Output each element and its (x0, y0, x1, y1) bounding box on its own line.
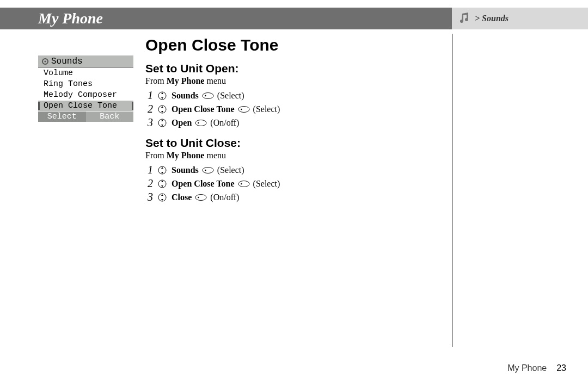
svg-point-12 (203, 167, 213, 173)
gear-icon (41, 58, 49, 65)
step-number: 2 (145, 177, 153, 190)
step-number: 2 (145, 103, 153, 115)
step-number: 3 (145, 191, 153, 203)
steps-list: 1 Sounds (Select) 2 Open Close Tone (Sel… (145, 164, 428, 203)
step-label: Sounds (171, 165, 199, 175)
list-item-selected: Open Close Tone (38, 101, 133, 112)
steps-list: 1 Sounds (Select) 2 Open Close Tone (Sel… (145, 89, 428, 129)
step-action: (Select) (217, 91, 244, 101)
svg-point-13 (205, 169, 206, 170)
from-line: From My Phone menu (145, 151, 428, 160)
screenshot-title: Sounds (51, 57, 83, 66)
select-key-icon (238, 104, 250, 114)
navigate-icon (156, 179, 168, 189)
navigate-icon (156, 193, 168, 202)
step-row: 3 Close (On/off) (145, 191, 428, 203)
list-item: Melody Composer (38, 90, 133, 101)
step-label: Open (171, 118, 192, 128)
screenshot-menu-list: Volume Ring Tones Melody Composer Open C… (38, 68, 133, 112)
step-number: 1 (145, 89, 153, 102)
step-label: Open Close Tone (171, 104, 235, 114)
section-heading: Set to Unit Open: (145, 62, 428, 75)
breadcrumb-text: > Sounds (475, 14, 509, 23)
svg-point-1 (44, 60, 46, 62)
step-label: Close (171, 193, 192, 202)
select-key-icon (238, 179, 250, 189)
list-item: Ring Tones (38, 79, 133, 90)
step-action: (On/off) (210, 118, 239, 128)
screenshot-softkeys: Select Back (38, 112, 133, 122)
svg-point-9 (195, 120, 206, 126)
footer: My Phone 23 (507, 363, 566, 373)
svg-point-15 (238, 181, 249, 187)
step-number: 3 (145, 116, 153, 129)
page-title: Open Close Tone (145, 36, 428, 54)
svg-point-3 (203, 92, 213, 98)
phone-screenshot: Sounds Volume Ring Tones Melody Composer… (38, 55, 133, 205)
svg-point-10 (198, 122, 199, 123)
step-label: Sounds (171, 91, 199, 101)
step-number: 1 (145, 164, 153, 176)
svg-point-4 (205, 95, 206, 96)
softkey-left: Select (38, 112, 86, 122)
navigate-icon (156, 118, 168, 128)
step-action: (Select) (217, 165, 244, 175)
header-bar: My Phone > Sounds (0, 8, 588, 29)
page-chapter-title: My Phone (0, 8, 452, 29)
list-item: Volume (38, 68, 133, 79)
music-note-icon (457, 11, 471, 26)
page-number: 23 (556, 363, 566, 373)
vertical-divider (452, 34, 452, 347)
screenshot-title-bar: Sounds (38, 55, 133, 68)
step-row: 2 Open Close Tone (Select) (145, 177, 428, 190)
footer-section: My Phone (507, 363, 547, 373)
step-action: (Select) (253, 179, 280, 189)
select-key-icon (195, 193, 207, 202)
step-row: 2 Open Close Tone (Select) (145, 103, 428, 115)
section-heading: Set to Unit Close: (145, 137, 428, 150)
svg-point-16 (241, 183, 242, 184)
step-label: Open Close Tone (171, 179, 235, 189)
select-key-icon (202, 165, 214, 175)
navigate-icon (156, 91, 168, 101)
from-line: From My Phone menu (145, 76, 428, 86)
step-row: 1 Sounds (Select) (145, 89, 428, 102)
instructions-column: Open Close Tone Set to Unit Open: From M… (145, 36, 428, 205)
navigate-icon (156, 104, 168, 114)
step-action: (On/off) (210, 193, 239, 202)
svg-point-18 (195, 194, 206, 200)
step-action: (Select) (253, 104, 280, 114)
select-key-icon (195, 118, 207, 128)
navigate-icon (156, 165, 168, 175)
breadcrumb: > Sounds (452, 8, 588, 29)
select-key-icon (202, 91, 214, 101)
step-row: 3 Open (On/off) (145, 116, 428, 129)
softkey-right: Back (86, 112, 134, 122)
svg-point-7 (241, 108, 242, 109)
step-row: 1 Sounds (Select) (145, 164, 428, 176)
svg-point-6 (238, 106, 249, 112)
svg-point-19 (198, 196, 199, 197)
